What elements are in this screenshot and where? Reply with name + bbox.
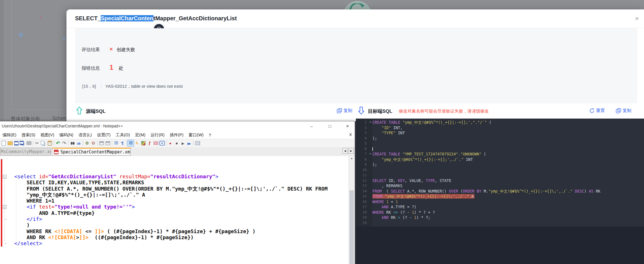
menubar-close-icon[interactable]: X [349, 132, 352, 137]
fold-arrow-icon[interactable]: ▼ [368, 151, 372, 157]
npp-toolbar-zoomout-icon[interactable] [90, 140, 96, 146]
npp-toolbar-monitor-icon[interactable] [159, 140, 165, 146]
npp-toolbar-play-icon[interactable] [180, 140, 186, 146]
npp-toolbar-saveall-icon[interactable] [19, 140, 26, 146]
notepadpp-editor[interactable]: – – <select id="GetAccDictionaryList" re… [0, 156, 349, 264]
copy-target-sql-button[interactable]: 复制 [616, 108, 631, 114]
target-sql-editor[interactable]: 1▼CREATE TABLE "ymp_中文!@#$%^*()_+{}|:-=[… [356, 119, 644, 264]
title-suffix: tMapper_GetAccDictionaryList [154, 15, 237, 21]
npp-menu-item-6[interactable]: 工具(O) [113, 132, 132, 138]
line-number: 16 [356, 199, 368, 205]
npp-toolbar-undo-icon[interactable] [55, 140, 61, 146]
npp-menu-item-4[interactable]: 语言(L) [76, 132, 94, 138]
tab-scroll-right-button[interactable]: ▶ [348, 148, 354, 154]
npp-toolbar-wrap-icon[interactable] [128, 140, 134, 146]
npp-toolbar-funcmap-icon[interactable] [140, 140, 146, 146]
npp-toolbar-open-icon[interactable] [7, 140, 13, 146]
title-prefix: SELECT_ [75, 15, 101, 21]
toolbar-separator [33, 141, 33, 146]
line-number: 12 [356, 178, 368, 183]
scrollbar-thumb[interactable] [350, 190, 354, 264]
npp-menu-item-3[interactable]: 编码(N) [57, 132, 76, 138]
line-number: 8 [356, 157, 368, 162]
npp-menu-item-10[interactable]: 窗口(W) [186, 132, 206, 138]
fold-collapse-icon[interactable]: – [3, 175, 7, 179]
scroll-up-icon[interactable]: ▲ [349, 156, 354, 161]
screen: 整体对象分布 Schem SELECT_SpecialCharContentMa… [0, 0, 644, 264]
modal-close-icon[interactable]: × [633, 15, 641, 23]
sql-line-code: ); [372, 136, 377, 141]
fold-spacer [368, 194, 372, 199]
fold-arrow-icon[interactable]: ▼ [368, 120, 372, 125]
npp-menu-item-11[interactable]: ? [206, 133, 213, 137]
npp-toolbar-replace-icon[interactable] [76, 140, 82, 146]
copy-target-label: 复制 [623, 108, 631, 114]
npp-toolbar-invis-icon[interactable] [134, 140, 140, 146]
sql-line-code: CREATE TABLE "ymp_中文!@#$%^*()_+{}|:-=[];… [372, 120, 491, 125]
fold-spacer [368, 125, 372, 131]
sql-line-code [372, 146, 373, 152]
sql-line: 3 "TYPE" INT [356, 130, 644, 136]
npp-menu-item-9[interactable]: 插件(P) [167, 132, 186, 138]
npp-toolbar-paste-icon[interactable] [47, 140, 53, 146]
npp-toolbar-print-icon[interactable] [26, 140, 32, 146]
npp-menu-item-0[interactable]: 编辑(E) [0, 132, 19, 138]
npp-toolbar-record-icon[interactable] [167, 140, 173, 146]
maximize-button[interactable]: □ [326, 123, 334, 130]
npp-menu-item-5[interactable]: 设置(T) [94, 132, 113, 138]
notepadpp-scrollbar[interactable]: ▲ [349, 156, 354, 264]
sql-line: 17 AND A.TYPE = ?) [356, 204, 644, 210]
npp-menu-item-7[interactable]: 宏(M) [132, 132, 148, 138]
npp-toolbar-winB-icon[interactable] [105, 140, 111, 146]
npp-toolbar-cut-icon[interactable] [34, 140, 40, 146]
npp-toolbar-stop-icon[interactable] [173, 140, 180, 146]
npp-toolbar-new-icon[interactable] [1, 140, 7, 146]
npp-menu-item-8[interactable]: 运行(R) [148, 132, 167, 138]
copy-source-sql-button[interactable]: 复制 [337, 108, 352, 114]
sql-line-code: SELECT ID, KEY, VALUE, TYPE, STATE [372, 178, 451, 183]
fold-guide-line [5, 179, 5, 243]
reset-label: 重置 [596, 108, 605, 114]
npp-toolbar-playall-icon[interactable] [186, 140, 192, 146]
unsaved-floppy-icon [54, 150, 58, 154]
npp-toolbar-macro-icon[interactable] [194, 140, 201, 146]
code-line: AND RK <![CDATA[>]]> ((#{pageIndex}-1) *… [14, 234, 328, 240]
error-count-label: 报错信息 [82, 65, 100, 71]
minimize-button[interactable]: – [308, 123, 315, 130]
target-warning-text: 修改对象名称可能会导致验证失败，请谨慎修改 [399, 109, 489, 114]
toolbar-separator [193, 141, 193, 146]
npp-toolbar-zoomin-icon[interactable] [84, 140, 90, 146]
code-line: "ymp_中文!@#$%^*()_+{}|:-=[]\;',./`." A [14, 192, 328, 198]
tab-scroll-left-button[interactable]: ◀ [342, 148, 348, 154]
notepadpp-menubar: 编辑(E)搜索(S)视图(V)编码(N)语言(L)设置(T)工具(O)宏(M)运… [0, 131, 355, 139]
sql-line: 5 [356, 141, 644, 146]
reset-button[interactable]: 重置 [589, 108, 605, 114]
code-line: </select> [14, 240, 328, 246]
window-close-button[interactable]: × [344, 123, 351, 130]
npp-toolbar-indent-icon[interactable] [113, 140, 119, 146]
npp-menu-item-1[interactable]: 搜索(S) [19, 132, 38, 138]
notepadpp-toolbar [0, 139, 355, 147]
line-number: 3 [356, 130, 368, 136]
npp-toolbar-redo-icon[interactable] [61, 140, 67, 146]
npp-tab-1[interactable]: SpecialCharContentMapper.xml× [52, 148, 131, 156]
npp-tab-0[interactable]: MsCommunityMapper.xml× [0, 148, 51, 156]
npp-toolbar-docfn-icon[interactable] [146, 140, 153, 146]
npp-toolbar-winA-icon[interactable] [98, 140, 105, 146]
npp-toolbar-pilcrow-icon[interactable] [119, 140, 126, 146]
npp-toolbar-find-icon[interactable] [69, 140, 76, 146]
line-number: 9 [356, 162, 368, 167]
sql-line: 8 "ymp_中文!@#$%^*()_+{}|:-=[];',./`." INT [356, 157, 644, 162]
npp-toolbar-copy-icon[interactable] [40, 140, 47, 146]
npp-toolbar-save-icon[interactable] [13, 140, 19, 146]
line-number: 15 [356, 194, 368, 199]
fail-x-icon: × [110, 46, 113, 52]
fold-spacer [368, 220, 372, 226]
notepadpp-titlebar[interactable]: Users\zhoutm\Desktop\SpecialCharContentM… [0, 121, 355, 131]
fold-spacer [368, 136, 372, 141]
error-count-value: 1 [110, 64, 113, 71]
fold-spacer [368, 130, 372, 136]
npp-menu-item-2[interactable]: 视图(V) [38, 132, 57, 138]
npp-toolbar-folder-icon[interactable] [153, 140, 159, 146]
notepadpp-tabbar: SpecialCharContentMapper.xml×MsCommunity… [0, 147, 355, 156]
